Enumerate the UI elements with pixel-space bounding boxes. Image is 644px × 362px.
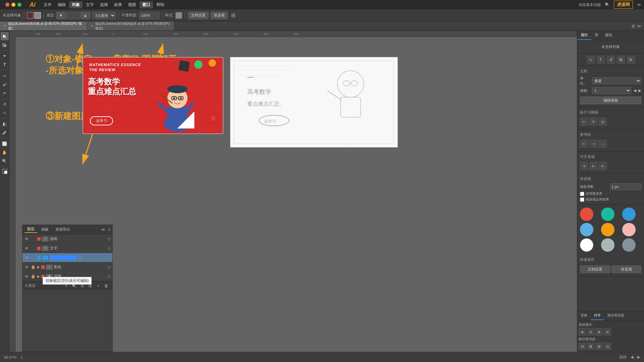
banner-study-button[interactable]: 去学习 — [90, 116, 113, 125]
tiger-course-logo[interactable]: 虎课网 — [614, 1, 633, 9]
pathfinder-btn-1[interactable]: ⊟ — [579, 343, 586, 350]
layer-options-0[interactable]: ○ — [107, 237, 111, 241]
pathfinder-btn-2[interactable]: ⊠ — [587, 343, 594, 350]
guide-btn-3[interactable]: ↔ — [599, 140, 607, 148]
gradient-tool[interactable]: ◧ — [1, 120, 9, 128]
fill-color[interactable] — [34, 12, 41, 19]
menu-item-object[interactable]: 对象 — [69, 1, 83, 8]
layer-vis-3[interactable]: 👁 — [24, 264, 29, 270]
arrange-windows-icon[interactable]: ⊞ — [632, 24, 635, 28]
shape-mode-btn-1[interactable]: ⊕ — [579, 328, 586, 336]
stroke-up-btn[interactable]: ▲ — [80, 12, 90, 19]
swatch-orange[interactable] — [601, 223, 614, 236]
artboard-prev-icon[interactable]: ◀ — [633, 88, 636, 93]
tab-0[interactable]: ✕ 描边风-banner演示稿.ai @ 66.67% (RGB/GPU 预览) — [0, 21, 87, 31]
stroke-width-input[interactable] — [66, 12, 80, 19]
swatch-gray[interactable] — [601, 238, 614, 252]
panel-collapse-icon[interactable]: ≪ — [101, 227, 105, 232]
panel-menu-icon[interactable]: ≡ — [108, 227, 110, 232]
swatch-pink[interactable] — [622, 223, 636, 236]
menu-item-view[interactable]: 视图 — [125, 1, 139, 8]
transform-icon[interactable]: ⤡ — [587, 56, 595, 64]
layer-item-3[interactable]: 👁 🔒 ▶ ◇ 配色 ○ — [22, 262, 112, 272]
swatch-red[interactable] — [580, 207, 593, 221]
reflect-icon[interactable]: T — [597, 56, 605, 64]
edit-artboard-btn[interactable]: 编辑画板 — [580, 97, 641, 104]
close-button[interactable] — [5, 3, 9, 7]
layer-lock-3[interactable]: 🔒 — [31, 264, 36, 270]
minimize-button[interactable] — [11, 3, 15, 7]
preferences-btn[interactable]: 首选项 — [211, 12, 228, 19]
swatch-teal[interactable] — [601, 207, 614, 221]
layer-lock-0[interactable] — [31, 236, 36, 242]
hand-tool[interactable]: ✋ — [1, 148, 9, 157]
new-layer-btn[interactable]: + — [95, 283, 102, 289]
pathfinder-btn-4[interactable]: ⊡ — [604, 343, 611, 350]
shape-mode-btn-4[interactable]: ⊘ — [604, 328, 611, 336]
align-left-btn[interactable]: ⊲ — [580, 162, 588, 170]
object-effects-icon[interactable]: fx — [627, 56, 635, 64]
toolbar-extra-btn[interactable]: ⊞ — [231, 12, 235, 18]
layer-lock-2[interactable] — [31, 255, 36, 260]
panel-toggle-icon[interactable]: ≫ — [637, 24, 641, 28]
artboard-tool[interactable]: ⬜ — [1, 140, 9, 148]
tab-0-close[interactable]: ✕ — [3, 24, 6, 28]
menu-item-file[interactable]: 文件 — [41, 1, 54, 8]
menu-item-type[interactable]: 文字 — [83, 1, 97, 8]
nav-next-btn[interactable]: ▶ — [637, 355, 640, 359]
menu-item-select[interactable]: 选择 — [97, 1, 111, 8]
layer-expand-4[interactable]: ▶ — [37, 275, 40, 278]
menu-item-window[interactable]: 窗口 — [140, 1, 153, 8]
right-tab-library[interactable]: 库 — [591, 31, 602, 40]
panel-tab-layers[interactable]: 图层 — [24, 226, 37, 233]
right-tab-transform[interactable]: 变换 — [577, 311, 591, 320]
panel-tab-asset-export[interactable]: 资源导出 — [53, 226, 73, 233]
maximize-button[interactable] — [17, 3, 21, 7]
grid-btn[interactable]: # — [589, 118, 597, 126]
expand-panel-icon[interactable]: ≫ — [637, 2, 641, 7]
shape-select[interactable]: 3点圆形 — [92, 12, 116, 19]
shape-mode-btn-3[interactable]: ⊗ — [595, 328, 603, 336]
layer-vis-4[interactable]: 👁 — [24, 274, 29, 279]
panel-tab-artboards[interactable]: 画板 — [39, 226, 51, 233]
pencil-tool[interactable]: ✏ — [1, 89, 9, 97]
layer-lock-4[interactable]: 🔒 — [31, 274, 36, 279]
layer-options-4[interactable]: ○ — [107, 275, 111, 279]
guide-btn-2[interactable]: ⊣ — [589, 140, 597, 148]
layer-vis-0[interactable]: 👁 — [24, 236, 29, 242]
menu-item-effect[interactable]: 效果 — [111, 1, 125, 8]
eyedropper-tool[interactable]: 💉 — [1, 129, 9, 137]
right-tab-align[interactable]: 对齐 — [591, 311, 604, 320]
layer-options-1[interactable]: ○ — [107, 246, 111, 250]
swatch-dark-gray[interactable] — [622, 238, 636, 252]
tab-1[interactable]: ✕ 描边风-banner演示稿的副本.ai @ 67% (RGB/GPU 预览) — [87, 21, 174, 31]
delete-layer-btn[interactable]: 🗑 — [103, 283, 110, 289]
opacity-input[interactable] — [139, 12, 159, 19]
layer-name-input-2[interactable] — [50, 255, 77, 260]
rotate-icon[interactable]: ↺ — [607, 56, 615, 64]
swatch-white[interactable] — [580, 238, 593, 252]
keyboard-increment-input[interactable] — [610, 183, 642, 190]
layer-options-2[interactable]: ○ — [78, 256, 82, 260]
layer-item-2[interactable]: 👁 ○ — [22, 253, 112, 262]
scale-effects-checkbox[interactable] — [580, 197, 584, 202]
layer-vis-2[interactable]: 👁 — [24, 255, 29, 260]
right-tab-pathfinder[interactable]: 路径查找器 — [604, 311, 628, 320]
stroke-down-btn[interactable]: ▼ — [56, 12, 66, 19]
direct-select-tool[interactable] — [1, 41, 9, 49]
pen-tool[interactable]: ✒ — [1, 52, 9, 60]
pathfinder-icon[interactable]: ⊞ — [617, 56, 625, 64]
rectangle-tool[interactable]: ▭ — [1, 72, 9, 80]
menu-item-help[interactable]: 帮助 — [154, 1, 167, 8]
swatch-blue[interactable] — [622, 207, 636, 221]
artboard-select[interactable]: 1 — [592, 87, 631, 94]
align-center-btn[interactable]: ⊳ — [589, 162, 597, 170]
layer-vis-1[interactable]: 👁 — [24, 246, 29, 251]
zoom-tool[interactable]: 🔍 — [1, 157, 9, 165]
canvas-area[interactable]: 300 200 100 0 100 200 300 400 500 600 ①对… — [9, 31, 577, 352]
artboard-next-icon[interactable]: ▶ — [638, 88, 641, 93]
quick-preferences-btn[interactable]: 首选项 — [611, 265, 642, 273]
rotate-tool[interactable]: ↺ — [1, 100, 9, 108]
snap-btn[interactable]: ⊡ — [599, 118, 607, 126]
scale-tool[interactable]: ⤡ — [1, 109, 9, 117]
